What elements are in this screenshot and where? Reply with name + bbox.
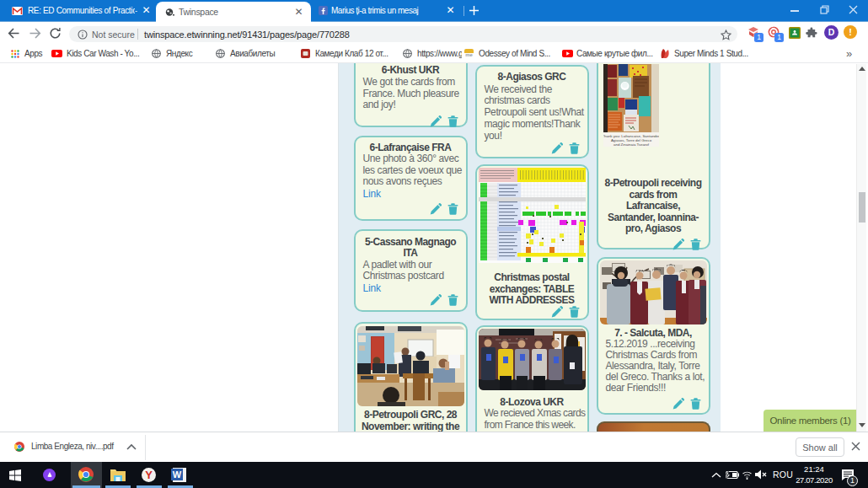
svg-text:and Zinainaia Tsearof: and Zinainaia Tsearof <box>613 142 650 147</box>
